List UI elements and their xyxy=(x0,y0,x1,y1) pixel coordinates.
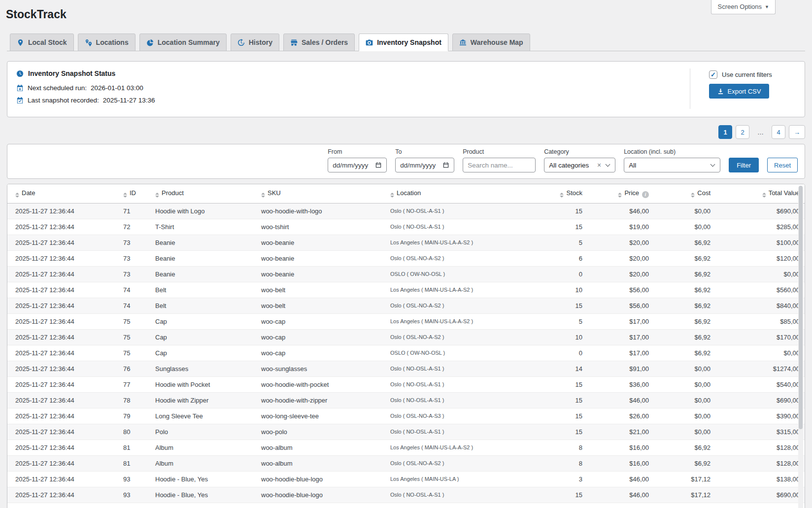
cell-date: 2025-11-27 12:36:44 xyxy=(7,345,118,361)
use-current-filters-checkbox[interactable]: ✓ xyxy=(709,70,717,79)
cell-product: Hoodie with Zipper xyxy=(150,392,256,408)
tab-location-summary[interactable]: Location Summary xyxy=(139,34,227,51)
cell-location: Los Angeles ( MAIN-US-LA-A-S2 ) xyxy=(385,235,543,250)
info-icon[interactable]: i xyxy=(642,191,649,198)
from-date-input[interactable]: dd/mm/yyyy xyxy=(328,158,387,172)
tab-sales-orders[interactable]: Sales / Orders xyxy=(283,34,355,51)
sort-icon[interactable] xyxy=(155,193,159,198)
cell-product: Polo xyxy=(150,424,256,440)
cell-date: 2025-11-27 12:36:44 xyxy=(7,282,118,298)
screen-options-button[interactable]: Screen Options ▼ xyxy=(711,0,776,14)
cell-id: 81 xyxy=(118,440,150,455)
use-current-filters-label: Use current filters xyxy=(722,71,772,78)
status-panel-title: Inventory Snapshot Status xyxy=(28,69,115,77)
calendar-icon[interactable] xyxy=(442,162,449,169)
cell-total-value: $840,00 xyxy=(715,298,805,313)
table-header: DateIDProductSKULocationStockPriceiCostT… xyxy=(7,184,805,203)
cell-location: Oslo ( OSL-NO-A-S2 ) xyxy=(385,329,543,345)
cell-cost: $17,12 xyxy=(654,471,715,487)
pagination-page-1[interactable]: 1 xyxy=(718,125,732,139)
column-header-id[interactable]: ID xyxy=(118,184,150,203)
column-header-label: Total Value xyxy=(769,189,800,197)
cell-product: Hoodie - Blue, Yes xyxy=(150,487,256,503)
column-header-product[interactable]: Product xyxy=(150,184,256,203)
filter-button[interactable]: Filter xyxy=(729,158,759,172)
pagination-page-2[interactable]: 2 xyxy=(736,125,749,139)
cell-total-value: $690,00 xyxy=(715,203,805,219)
pagination-page-4[interactable]: 4 xyxy=(772,125,785,139)
column-header-stock[interactable]: Stock xyxy=(543,184,587,203)
cell-date: 2025-11-27 12:36:44 xyxy=(7,487,118,503)
cell-date: 2025-11-27 12:36:44 xyxy=(7,503,118,508)
cell-price: $17,00 xyxy=(587,329,654,345)
scrollbar-thumb[interactable] xyxy=(799,186,803,429)
calendar-check-icon xyxy=(16,97,24,104)
cell-stock: 5 xyxy=(543,313,587,329)
sort-icon[interactable] xyxy=(691,193,695,198)
export-csv-button[interactable]: Export CSV xyxy=(709,84,769,99)
pagination-next-button[interactable]: → xyxy=(789,125,805,139)
cell-id: 75 xyxy=(118,345,150,361)
sort-icon[interactable] xyxy=(560,193,564,198)
tab-label: Warehouse Map xyxy=(471,38,523,46)
tab-inventory-snapshot[interactable]: Inventory Snapshot xyxy=(359,34,448,51)
column-header-price[interactable]: Pricei xyxy=(587,184,654,203)
cell-cost: $17,12 xyxy=(654,503,715,508)
cell-stock: 15 xyxy=(543,376,587,392)
table-row: 2025-11-27 12:36:4475Capwoo-capLos Angel… xyxy=(7,313,805,329)
cell-stock: 15 xyxy=(543,487,587,503)
column-header-cost[interactable]: Cost xyxy=(654,184,715,203)
cell-product: Cap xyxy=(150,345,256,361)
use-current-filters-row[interactable]: ✓ Use current filters xyxy=(709,70,796,79)
column-header-total-value[interactable]: Total Value xyxy=(715,184,805,203)
from-date-field-group: From dd/mm/yyyy xyxy=(328,148,387,172)
cell-location: Los Angeles ( MAIN-US-LA-A-S2 ) xyxy=(385,313,543,329)
cell-sku: woo-sunglasses xyxy=(256,361,385,376)
cell-product: Hoodie with Logo xyxy=(150,203,256,219)
cell-price: $91,00 xyxy=(587,361,654,376)
column-header-label: Cost xyxy=(697,189,710,197)
last-snapshot-line: Last snapshot recorded: 2025-11-27 13:36 xyxy=(16,97,690,104)
cell-product: Beanie xyxy=(150,250,256,266)
column-header-location[interactable]: Location xyxy=(385,184,543,203)
cell-total-value: $285,00 xyxy=(715,219,805,235)
to-date-input[interactable]: dd/mm/yyyy xyxy=(395,158,454,172)
cell-price: $20,00 xyxy=(587,235,654,250)
tab-locations[interactable]: Locations xyxy=(78,34,135,51)
cell-sku: woo-hoodie-with-pocket xyxy=(256,376,385,392)
product-field-group: Product xyxy=(463,148,536,172)
sort-icon[interactable] xyxy=(762,193,766,198)
cell-price: $56,00 xyxy=(587,298,654,313)
category-select[interactable]: All categories × xyxy=(544,158,615,172)
cell-date: 2025-11-27 12:36:44 xyxy=(7,455,118,471)
sort-icon[interactable] xyxy=(123,193,127,198)
column-header-date[interactable]: Date xyxy=(7,184,118,203)
tab-history[interactable]: History xyxy=(231,34,279,51)
calendar-icon[interactable] xyxy=(375,162,382,169)
reset-button[interactable]: Reset xyxy=(767,158,798,172)
tab-warehouse-map[interactable]: Warehouse Map xyxy=(452,34,530,51)
export-section: ✓ Use current filters Export CSV xyxy=(690,68,796,109)
column-header-sku[interactable]: SKU xyxy=(256,184,385,203)
cell-location: Oslo ( NO-OSL-A-S1 ) xyxy=(385,392,543,408)
tab-label: Inventory Snapshot xyxy=(377,38,441,46)
from-label: From xyxy=(328,148,387,155)
cell-cost: $6,92 xyxy=(654,440,715,455)
sort-icon[interactable] xyxy=(618,193,622,198)
cell-location: Oslo ( NO-OSL-A-S1 ) xyxy=(385,219,543,235)
tab-local-stock[interactable]: Local Stock xyxy=(10,34,74,51)
cell-stock: 8 xyxy=(543,440,587,455)
cell-cost: $0,00 xyxy=(654,219,715,235)
sort-icon[interactable] xyxy=(390,193,394,198)
location-select[interactable]: All xyxy=(624,158,720,172)
cell-location: Oslo ( NO-OSL-A-S1 ) xyxy=(385,361,543,376)
sort-icon[interactable] xyxy=(15,193,19,198)
product-search-input[interactable] xyxy=(463,158,536,172)
cell-stock: 15 xyxy=(543,298,587,313)
table-row: 2025-11-27 12:36:4477Hoodie with Pocketw… xyxy=(7,376,805,392)
cell-id: 79 xyxy=(118,408,150,424)
table-scrollbar[interactable] xyxy=(798,186,803,508)
sort-icon[interactable] xyxy=(261,193,265,198)
cell-location: Oslo ( NO-OSL-A-S1 ) xyxy=(385,376,543,392)
clear-category-icon[interactable]: × xyxy=(597,162,601,169)
